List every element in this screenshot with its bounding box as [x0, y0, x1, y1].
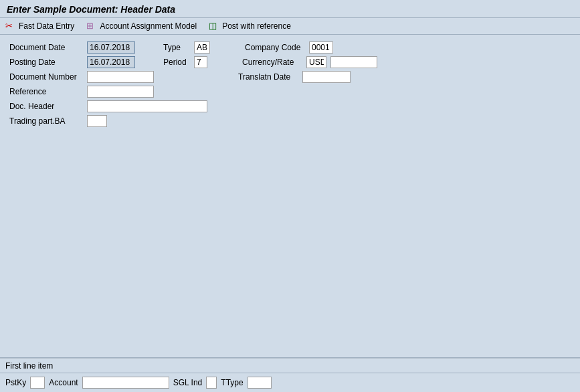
sgl-ind-label: SGL Ind [173, 378, 203, 387]
fast-data-entry-button[interactable]: ✂ Fast Data Entry [5, 21, 74, 31]
trading-part-label: Trading part.BA [9, 116, 83, 126]
row-posting-date: Posting Date Period Currency/Rate [9, 56, 571, 68]
trading-part-input[interactable] [87, 115, 107, 127]
row-document-number: Document Number Translatn Date [9, 71, 571, 83]
first-line-item-title: First line item [5, 361, 53, 371]
toolbar: ✂ Fast Data Entry ⊞ Account Assignment M… [0, 18, 580, 35]
currency-rate-label: Currency/Rate [242, 58, 302, 67]
account-assignment-label: Account Assignment Model [100, 21, 197, 31]
posting-date-input[interactable] [87, 56, 135, 68]
company-code-label: Company Code [245, 43, 305, 52]
pstky-input[interactable] [30, 377, 45, 389]
document-date-input[interactable] [87, 41, 135, 54]
ttype-label: TType [221, 378, 243, 387]
first-line-item-header: First line item [0, 359, 580, 373]
reference-input[interactable] [87, 86, 154, 98]
company-code-input[interactable] [309, 41, 333, 54]
row-doc-header: Doc. Header [9, 100, 571, 112]
account-label: Account [49, 378, 78, 387]
document-number-input[interactable] [87, 71, 154, 83]
first-line-item-section: First line item PstKy Account SGL Ind TT… [0, 357, 580, 392]
post-with-reference-icon: ◫ [209, 21, 219, 31]
type-input[interactable] [194, 41, 210, 54]
ttype-input[interactable] [248, 377, 272, 389]
fast-data-entry-icon: ✂ [5, 21, 16, 31]
doc-header-label: Doc. Header [9, 102, 83, 111]
account-input[interactable] [82, 377, 169, 389]
account-assignment-model-button[interactable]: ⊞ Account Assignment Model [86, 21, 197, 31]
row-reference: Reference [9, 86, 571, 98]
doc-header-input[interactable] [87, 100, 207, 112]
title-bar: Enter Sample Document: Header Data [0, 0, 580, 18]
currency-input[interactable] [306, 56, 326, 68]
first-line-item-content: PstKy Account SGL Ind TType [0, 373, 580, 392]
period-input[interactable] [194, 56, 207, 68]
posting-date-label: Posting Date [9, 58, 83, 67]
translatn-date-input[interactable] [302, 71, 351, 83]
currency-rate-input[interactable] [330, 56, 377, 68]
row-document-date: Document Date Type Company Code [9, 41, 571, 54]
reference-label: Reference [9, 87, 83, 96]
account-assignment-icon: ⊞ [86, 21, 97, 31]
page-title: Enter Sample Document: Header Data [7, 4, 175, 15]
row-trading-part: Trading part.BA [9, 115, 571, 127]
fast-data-entry-label: Fast Data Entry [19, 21, 74, 31]
post-with-reference-label: Post with reference [222, 21, 291, 31]
sgl-ind-input[interactable] [206, 377, 217, 389]
type-label: Type [163, 43, 190, 52]
translatn-date-label: Translatn Date [238, 72, 298, 82]
period-label: Period [163, 58, 190, 67]
pstky-label: PstKy [5, 378, 26, 387]
main-content: Document Date Type Company Code Posting … [0, 35, 580, 136]
document-date-label: Document Date [9, 43, 83, 52]
post-with-reference-button[interactable]: ◫ Post with reference [209, 21, 291, 31]
document-number-label: Document Number [9, 72, 83, 82]
